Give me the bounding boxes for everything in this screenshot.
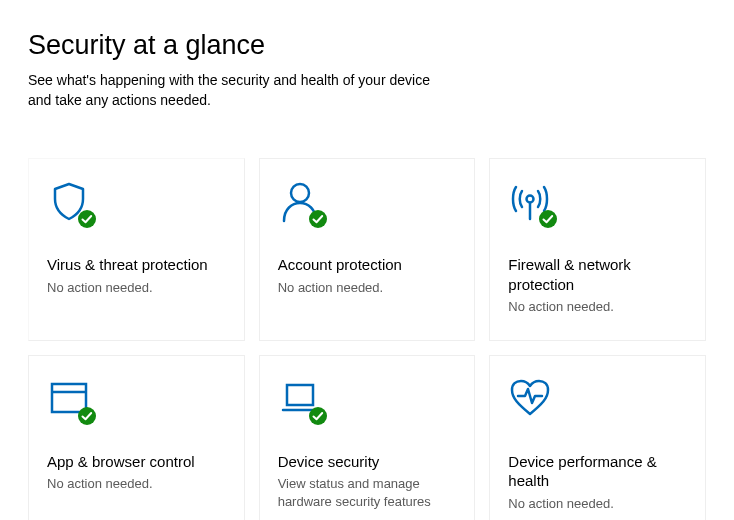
account-icon bbox=[278, 179, 326, 227]
svg-rect-9 bbox=[287, 385, 313, 405]
tile-subtitle: No action needed. bbox=[508, 298, 687, 316]
svg-point-3 bbox=[527, 196, 534, 203]
check-badge-icon bbox=[308, 406, 328, 426]
tile-virus-threat-protection[interactable]: Virus & threat protection No action need… bbox=[28, 158, 245, 341]
heart-pulse-icon bbox=[508, 376, 556, 424]
tile-device-security[interactable]: Device security View status and manage h… bbox=[259, 355, 476, 520]
tile-app-browser-control[interactable]: App & browser control No action needed. bbox=[28, 355, 245, 520]
svg-point-10 bbox=[309, 407, 327, 425]
tile-title: Account protection bbox=[278, 255, 457, 275]
tile-title: Firewall & network protection bbox=[508, 255, 687, 294]
page-title: Security at a glance bbox=[28, 30, 706, 61]
svg-point-2 bbox=[309, 210, 327, 228]
svg-point-8 bbox=[78, 407, 96, 425]
svg-point-0 bbox=[78, 210, 96, 228]
tile-title: Device performance & health bbox=[508, 452, 687, 491]
tile-title: Virus & threat protection bbox=[47, 255, 226, 275]
network-signal-icon bbox=[508, 179, 556, 227]
tile-device-performance-health[interactable]: Device performance & health No action ne… bbox=[489, 355, 706, 520]
tile-account-protection[interactable]: Account protection No action needed. bbox=[259, 158, 476, 341]
laptop-icon bbox=[278, 376, 326, 424]
tile-subtitle: No action needed. bbox=[47, 475, 226, 493]
tile-firewall-network-protection[interactable]: Firewall & network protection No action … bbox=[489, 158, 706, 341]
check-badge-icon bbox=[538, 209, 558, 229]
browser-window-icon bbox=[47, 376, 95, 424]
tile-grid: Virus & threat protection No action need… bbox=[28, 158, 706, 520]
tile-title: App & browser control bbox=[47, 452, 226, 472]
svg-point-5 bbox=[539, 210, 557, 228]
check-badge-icon bbox=[77, 406, 97, 426]
shield-icon bbox=[47, 179, 95, 227]
tile-title: Device security bbox=[278, 452, 457, 472]
tile-subtitle: No action needed. bbox=[278, 279, 457, 297]
tile-subtitle: View status and manage hardware security… bbox=[278, 475, 457, 510]
check-badge-icon bbox=[77, 209, 97, 229]
page-subtitle: See what's happening with the security a… bbox=[28, 71, 433, 110]
svg-point-1 bbox=[291, 184, 309, 202]
tile-subtitle: No action needed. bbox=[47, 279, 226, 297]
tile-subtitle: No action needed. bbox=[508, 495, 687, 513]
check-badge-icon bbox=[308, 209, 328, 229]
